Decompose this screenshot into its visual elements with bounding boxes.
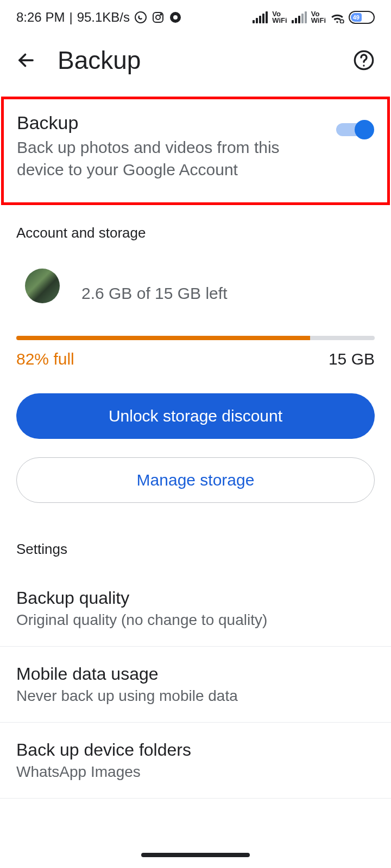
wifi-icon xyxy=(330,11,344,23)
setting-title: Backup quality xyxy=(16,588,375,608)
vowifi-2-icon: VoWiFi xyxy=(311,11,326,24)
backup-toggle-text: Backup Back up photos and videos from th… xyxy=(17,112,327,181)
unlock-storage-button[interactable]: Unlock storage discount xyxy=(16,393,375,439)
setting-mobile-data[interactable]: Mobile data usage Never back up using mo… xyxy=(0,647,391,723)
instagram-icon xyxy=(152,11,165,24)
storage-remaining-text: 2.6 GB of 15 GB left xyxy=(81,284,227,303)
storage-progress: 82% full 15 GB xyxy=(0,309,391,377)
svg-point-2 xyxy=(156,15,160,20)
back-icon[interactable] xyxy=(16,50,36,70)
app-bar: Backup xyxy=(0,35,391,97)
progress-bar xyxy=(16,336,375,340)
status-right: VoWiFi VoWiFi 49 xyxy=(253,11,375,24)
total-storage-label: 15 GB xyxy=(329,350,375,368)
setting-title: Back up device folders xyxy=(16,740,375,760)
help-icon[interactable] xyxy=(353,49,375,71)
setting-title: Mobile data usage xyxy=(16,664,375,684)
signal-1-icon xyxy=(253,11,268,23)
manage-storage-button[interactable]: Manage storage xyxy=(16,457,375,503)
svg-point-6 xyxy=(340,20,344,23)
percent-full-label: 82% full xyxy=(16,350,74,368)
progress-labels: 82% full 15 GB xyxy=(16,350,375,368)
status-divider: | xyxy=(69,10,72,25)
setting-subtitle: Never back up using mobile data xyxy=(16,687,375,705)
svg-point-0 xyxy=(135,12,146,23)
whatsapp-icon xyxy=(134,11,147,24)
progress-fill xyxy=(16,336,310,340)
battery-icon: 49 xyxy=(349,11,375,24)
backup-toggle-row[interactable]: Backup Back up photos and videos from th… xyxy=(1,97,390,205)
status-speed: 95.1KB/s xyxy=(77,10,130,25)
battery-level: 49 xyxy=(351,13,362,22)
storage-buttons: Unlock storage discount Manage storage xyxy=(0,377,391,503)
status-time: 8:26 PM xyxy=(16,10,65,25)
section-header-account: Account and storage xyxy=(0,205,391,252)
page-title: Backup xyxy=(58,46,331,75)
vowifi-1-icon: VoWiFi xyxy=(272,11,287,24)
setting-device-folders[interactable]: Back up device folders WhatsApp Images xyxy=(0,723,391,799)
backup-toggle-subtitle: Back up photos and videos from this devi… xyxy=(17,137,327,181)
svg-point-9 xyxy=(363,65,364,66)
navigation-handle[interactable] xyxy=(141,853,250,857)
setting-backup-quality[interactable]: Backup quality Original quality (no chan… xyxy=(0,571,391,647)
status-bar: 8:26 PM | 95.1KB/s VoWiFi VoWiFi 49 xyxy=(0,0,391,35)
backup-toggle-switch[interactable] xyxy=(336,120,374,139)
svg-point-5 xyxy=(173,15,178,20)
signal-2-icon xyxy=(292,11,307,23)
setting-subtitle: Original quality (no change to quality) xyxy=(16,611,375,629)
chrome-icon xyxy=(169,11,182,24)
svg-point-3 xyxy=(160,14,161,15)
status-left: 8:26 PM | 95.1KB/s xyxy=(16,10,182,25)
section-header-settings: Settings xyxy=(0,503,391,571)
backup-toggle-title: Backup xyxy=(17,112,327,133)
avatar xyxy=(25,269,60,303)
account-row[interactable]: 2.6 GB of 15 GB left xyxy=(0,252,391,309)
setting-subtitle: WhatsApp Images xyxy=(16,763,375,781)
